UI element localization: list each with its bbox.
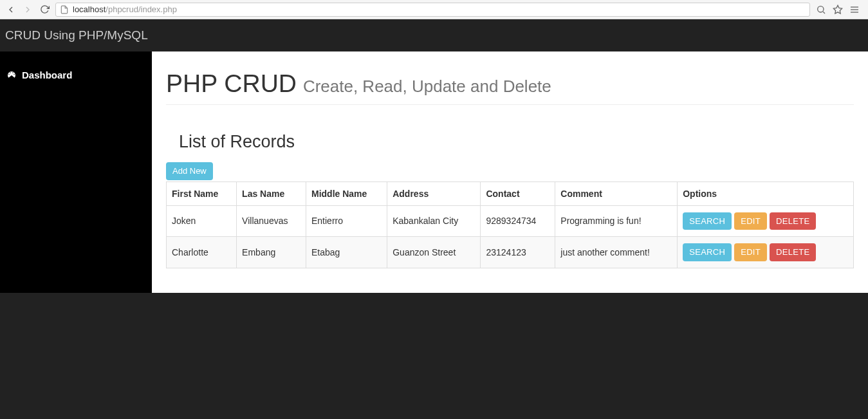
- main-content: PHP CRUD Create, Read, Update and Delete…: [152, 51, 868, 293]
- cell-first: Joken: [167, 205, 237, 237]
- cell-middle: Etabag: [306, 237, 387, 268]
- page-icon: [60, 5, 69, 14]
- col-comment: Comment: [555, 182, 678, 205]
- cell-last: Villanuevas: [237, 205, 306, 237]
- cell-options: SEARCHEDITDELETE: [678, 205, 854, 237]
- dashboard-icon: [6, 70, 17, 80]
- svg-line-1: [823, 12, 825, 14]
- sidebar-item-dashboard[interactable]: Dashboard: [0, 63, 152, 87]
- url-host: localhost: [73, 5, 106, 14]
- sidebar: Dashboard: [0, 51, 152, 293]
- reload-button[interactable]: [39, 4, 50, 15]
- records-table: First Name Las Name Middle Name Address …: [166, 182, 854, 268]
- page-subtitle: Create, Read, Update and Delete: [303, 77, 551, 96]
- col-last-name: Las Name: [237, 182, 306, 205]
- cell-address: Guanzon Street: [387, 237, 481, 268]
- cell-address: Kabankalan City: [387, 205, 481, 237]
- menu-button[interactable]: [849, 4, 860, 15]
- col-middle-name: Middle Name: [306, 182, 387, 205]
- browser-toolbar: localhost/phpcrud/index.php: [0, 0, 868, 19]
- url-path: /phpcrud/index.php: [106, 5, 177, 14]
- zoom-icon: [816, 5, 826, 15]
- delete-button[interactable]: DELETE: [770, 243, 816, 261]
- col-address: Address: [387, 182, 481, 205]
- page-title: PHP CRUD: [166, 70, 297, 97]
- cell-middle: Entierro: [306, 205, 387, 237]
- cell-options: SEARCHEDITDELETE: [678, 237, 854, 268]
- col-options: Options: [678, 182, 854, 205]
- cell-contact: 23124123: [481, 237, 555, 268]
- cell-comment: just another comment!: [555, 237, 678, 268]
- zoom-button[interactable]: [815, 4, 827, 15]
- cell-comment: Programming is fun!: [555, 205, 678, 237]
- search-button[interactable]: SEARCH: [683, 212, 732, 230]
- star-icon: [833, 5, 843, 15]
- navbar: CRUD Using PHP/MySQL: [0, 19, 868, 51]
- arrow-right-icon: [23, 5, 33, 15]
- address-url: localhost/phpcrud/index.php: [73, 5, 177, 14]
- bookmark-button[interactable]: [832, 4, 844, 15]
- delete-button[interactable]: DELETE: [770, 212, 816, 230]
- back-button[interactable]: [5, 4, 17, 15]
- add-new-button[interactable]: Add New: [166, 162, 213, 180]
- address-bar[interactable]: localhost/phpcrud/index.php: [55, 3, 810, 17]
- sidebar-item-label: Dashboard: [22, 70, 72, 80]
- navbar-brand[interactable]: CRUD Using PHP/MySQL: [5, 28, 148, 42]
- svg-marker-2: [833, 5, 842, 14]
- search-button[interactable]: SEARCH: [683, 243, 732, 261]
- svg-point-0: [818, 6, 824, 12]
- cell-last: Embang: [237, 237, 306, 268]
- table-row: JokenVillanuevasEntierroKabankalan City9…: [167, 205, 854, 237]
- edit-button[interactable]: EDIT: [734, 243, 767, 261]
- col-first-name: First Name: [167, 182, 237, 205]
- cell-contact: 9289324734: [481, 205, 555, 237]
- arrow-left-icon: [6, 5, 16, 15]
- page-header: PHP CRUD Create, Read, Update and Delete: [166, 70, 854, 105]
- menu-icon: [849, 5, 860, 15]
- table-row: CharlotteEmbangEtabagGuanzon Street23124…: [167, 237, 854, 268]
- reload-icon: [40, 5, 50, 14]
- col-contact: Contact: [481, 182, 555, 205]
- forward-button[interactable]: [22, 4, 33, 15]
- sub-header: List of Records: [179, 132, 854, 152]
- edit-button[interactable]: EDIT: [734, 212, 767, 230]
- cell-first: Charlotte: [167, 237, 237, 268]
